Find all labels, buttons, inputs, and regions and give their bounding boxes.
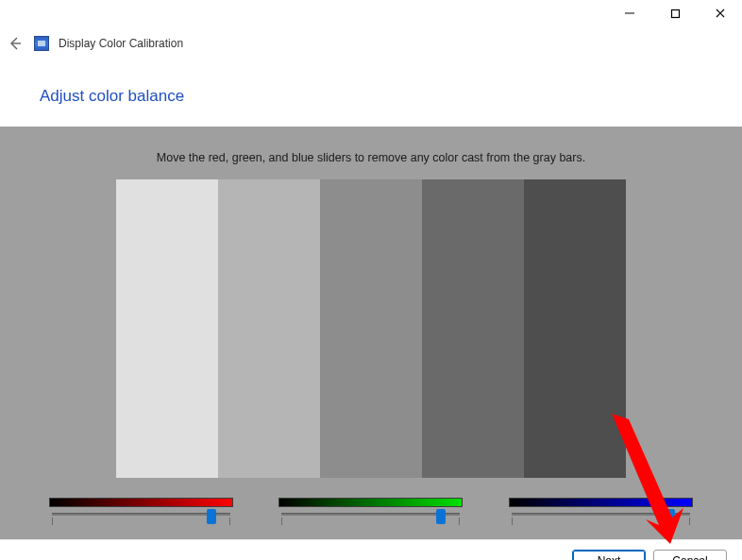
svg-rect-1 bbox=[671, 9, 679, 17]
window-title: Display Color Calibration bbox=[59, 37, 183, 50]
heading-area: Adjust color balance bbox=[0, 60, 742, 127]
app-icon bbox=[34, 36, 49, 51]
header-bar: Display Color Calibration bbox=[0, 26, 742, 60]
instruction-text: Move the red, green, and blue sliders to… bbox=[0, 127, 742, 179]
next-button[interactable]: Next bbox=[572, 550, 646, 561]
gray-bar-4 bbox=[422, 179, 524, 478]
blue-slider[interactable] bbox=[509, 509, 693, 524]
back-button[interactable] bbox=[6, 34, 25, 53]
content-area: Move the red, green, and blue sliders to… bbox=[0, 127, 742, 539]
footer-bar: Next Cancel bbox=[0, 539, 742, 560]
red-gradient bbox=[49, 498, 233, 507]
green-slider-block bbox=[278, 498, 463, 524]
green-slider-thumb[interactable] bbox=[436, 509, 446, 524]
red-slider-block bbox=[49, 498, 233, 524]
gray-bars-panel bbox=[0, 179, 742, 478]
gray-bar-2 bbox=[218, 179, 320, 478]
maximize-button[interactable] bbox=[661, 3, 689, 24]
window-titlebar bbox=[0, 0, 742, 26]
sliders-row bbox=[0, 498, 742, 524]
green-slider[interactable] bbox=[278, 509, 463, 524]
green-gradient bbox=[278, 498, 463, 507]
close-button[interactable] bbox=[706, 3, 734, 24]
blue-slider-thumb[interactable] bbox=[666, 509, 675, 524]
red-slider-thumb[interactable] bbox=[207, 509, 216, 524]
gray-bar-3 bbox=[320, 179, 422, 478]
page-heading: Adjust color balance bbox=[40, 87, 742, 106]
minimize-button[interactable] bbox=[616, 3, 644, 24]
gray-bar-1 bbox=[116, 179, 218, 478]
red-slider[interactable] bbox=[49, 509, 233, 524]
gray-bar-5 bbox=[524, 179, 626, 478]
blue-slider-block bbox=[509, 498, 693, 524]
blue-gradient bbox=[509, 498, 693, 507]
cancel-button[interactable]: Cancel bbox=[653, 550, 727, 561]
